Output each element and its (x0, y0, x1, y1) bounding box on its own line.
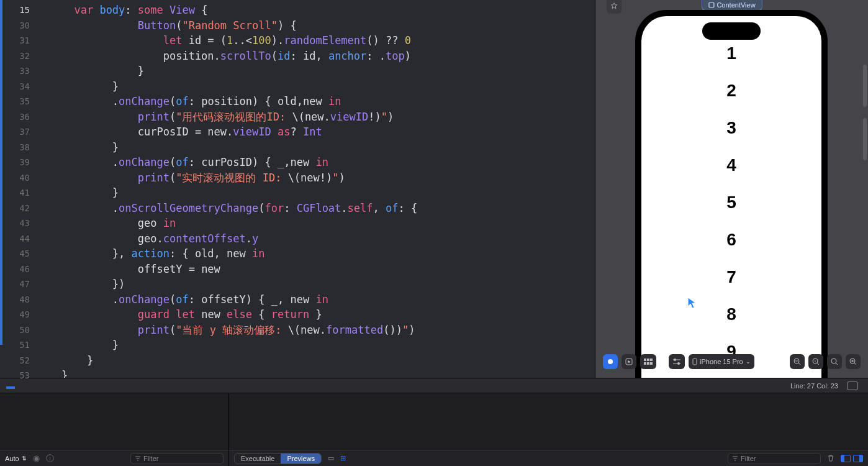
list-item: 4 (641, 147, 821, 184)
zoom-in-icon (849, 358, 857, 365)
line-number: 43 (0, 216, 36, 231)
code-line: } (36, 79, 595, 94)
code-line: geo in (36, 216, 595, 231)
code-line: print("当前 y 轴滚动偏移: \(new.formatted())") (36, 322, 595, 338)
line-number: 50 (0, 322, 36, 338)
code-line: }, action: { old, new in (36, 246, 595, 262)
device-settings-button[interactable] (669, 354, 685, 369)
pin-button[interactable] (607, 0, 622, 14)
zoom-actual-icon: 1 (812, 358, 820, 365)
line-number: 38 (0, 140, 36, 155)
workspace: 15 30 31 32 33 34 35 36 37 38 39 40 41 4… (0, 0, 868, 378)
line-col-label: Line: 27 Col: 23 (790, 382, 838, 390)
scroll-content[interactable]: 1 2 3 4 5 6 7 8 9 10 (641, 16, 821, 378)
code-line: geo.contentOffset.y (36, 231, 595, 247)
process-button[interactable]: ⊞ (340, 454, 346, 462)
console-view[interactable]: Executable Previews ▭ ⊞ Filter (229, 393, 868, 466)
quicklook-button[interactable]: ◉ (33, 454, 40, 463)
code-line: } (36, 63, 595, 79)
line-number: 47 (0, 276, 36, 292)
console-filter[interactable]: Filter (728, 453, 821, 464)
zoom-out-button[interactable] (790, 354, 805, 369)
code-line: guard let new else { return } (36, 307, 595, 322)
preview-canvas[interactable]: ContentView 1 2 3 4 5 6 7 8 9 10 (595, 0, 868, 378)
svg-line-19 (817, 363, 819, 365)
svg-line-25 (854, 363, 856, 365)
list-item: 5 (641, 184, 821, 221)
line-number: 32 (0, 48, 36, 64)
svg-point-12 (677, 362, 680, 365)
debug-area: Auto ⇅ ◉ ⓘ Filter Executable Previews ▭ … (0, 393, 868, 466)
info-button[interactable]: ⓘ (46, 453, 54, 464)
chevron-updown-icon: ⇅ (22, 455, 27, 462)
auto-picker[interactable]: Auto ⇅ (5, 455, 27, 462)
line-number: 37 (0, 124, 36, 140)
filter-placeholder: Filter (741, 455, 756, 462)
code-line: print("实时滚动视图的 ID: \(new!)") (36, 170, 595, 186)
change-bar (0, 0, 2, 345)
svg-rect-3 (644, 359, 646, 361)
segment-previews[interactable]: Previews (281, 454, 321, 464)
filter-icon (732, 455, 738, 462)
variables-view[interactable]: Auto ⇅ ◉ ⓘ Filter (0, 393, 229, 466)
code-body[interactable]: var body: some View { Button("Random Scr… (36, 0, 595, 378)
preview-title-chip[interactable]: ContentView (701, 0, 762, 11)
filter-icon (135, 455, 141, 462)
trash-icon (827, 454, 834, 462)
code-line: .onScrollGeometryChange(for: CGFloat.sel… (36, 201, 595, 216)
variables-filter[interactable]: Filter (130, 453, 224, 464)
scroll-indicator (863, 65, 867, 107)
preview-title-text: ContentView (717, 1, 755, 9)
line-number: 49 (0, 307, 36, 322)
code-line: Button("Random Scroll") { (36, 18, 595, 34)
minimap-toggle[interactable] (847, 381, 858, 390)
selectable-button[interactable] (622, 354, 636, 369)
live-button[interactable] (603, 354, 618, 369)
toggle-left-pane[interactable] (841, 455, 851, 462)
line-number: 42 (0, 201, 36, 216)
list-item: 6 (641, 221, 821, 258)
line-number: 30 (0, 18, 36, 34)
zoom-100-button[interactable]: 1 (808, 354, 823, 369)
console-bottombar: Executable Previews ▭ ⊞ Filter (229, 450, 868, 466)
list-item: 1 (641, 35, 821, 72)
play-icon (607, 359, 613, 365)
zoom-in-button[interactable] (846, 354, 861, 369)
list-item: 2 (641, 72, 821, 109)
metadata-button[interactable]: ▭ (328, 454, 334, 462)
pane-toggles (841, 455, 863, 462)
output-segment[interactable]: Executable Previews (234, 453, 322, 464)
line-number: 34 (0, 79, 36, 94)
code-line: } (36, 368, 595, 378)
dynamic-island (702, 22, 761, 40)
line-number: 36 (0, 109, 36, 125)
zoom-fit-button[interactable] (827, 354, 842, 369)
device-picker[interactable]: iPhone 15 Pro ⌄ (689, 354, 754, 369)
line-number: 53 (0, 368, 36, 383)
line-number: 31 (0, 33, 36, 48)
svg-rect-13 (693, 359, 697, 365)
code-line: }) (36, 276, 595, 292)
code-line: .onChange(of: position) { old,new in (36, 94, 595, 109)
line-number: 33 (0, 63, 36, 79)
preview-toolbar: iPhone 15 Pro ⌄ 1 (595, 354, 868, 369)
svg-rect-7 (647, 362, 649, 365)
filter-placeholder: Filter (143, 455, 158, 462)
svg-rect-4 (647, 359, 649, 361)
toggle-right-pane[interactable] (853, 455, 863, 462)
grid-icon (644, 359, 653, 365)
variants-button[interactable] (640, 354, 656, 369)
svg-text:1: 1 (815, 359, 816, 363)
code-line: curPosID = new.viewID as? Int (36, 124, 595, 140)
sliders-icon (672, 358, 681, 365)
code-editor[interactable]: 15 30 31 32 33 34 35 36 37 38 39 40 41 4… (0, 0, 595, 378)
device-screen[interactable]: 1 2 3 4 5 6 7 8 9 10 (641, 16, 821, 378)
clear-button[interactable] (827, 454, 834, 463)
code-line: let id = (1..<100).randomElement() ?? 0 (36, 33, 595, 48)
svg-rect-8 (650, 362, 653, 365)
svg-line-21 (836, 363, 838, 365)
segment-executable[interactable]: Executable (235, 454, 281, 464)
auto-label: Auto (5, 455, 19, 462)
code-line: var body: some View { (36, 2, 595, 18)
status-bar: ▬ Line: 27 Col: 23 (0, 378, 868, 393)
